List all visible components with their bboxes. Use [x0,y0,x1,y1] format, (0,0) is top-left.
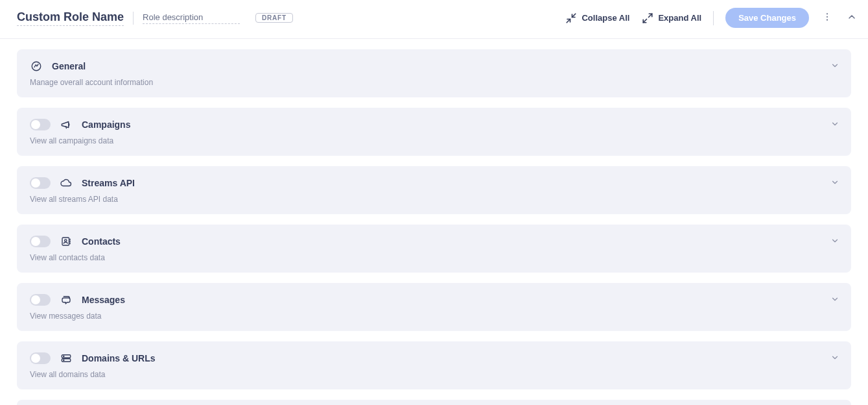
toggle-switch[interactable] [30,119,51,130]
messages-icon [60,293,73,306]
expand-section-button[interactable] [830,236,839,247]
section-header-row[interactable]: General [30,60,838,73]
section-title: Streams API [82,178,135,188]
section-title: Messages [82,295,125,305]
toggle-switch[interactable] [30,236,51,247]
chevron-down-icon [830,62,839,72]
section-webhooks: Webhooks View all webhook data [17,400,851,405]
section-domains: Domains & URLs View all domains data [17,341,851,389]
section-header-row[interactable]: Contacts [30,235,838,248]
save-changes-button[interactable]: Save Changes [725,8,809,28]
sections-container: General Manage overall account informati… [0,39,868,405]
section-title: Campaigns [82,119,130,130]
section-messages: Messages View messages data [17,283,851,331]
expand-all-label: Expand All [658,13,701,23]
toggle-switch[interactable] [30,294,51,306]
section-description: Manage overall account information [30,78,838,87]
expand-section-button[interactable] [830,61,839,72]
section-contacts: Contacts View all contacts data [17,225,851,273]
expand-section-button[interactable] [830,178,839,189]
contacts-icon [60,235,73,248]
section-description: View all streams API data [30,195,838,204]
expand-section-button[interactable] [830,353,839,364]
section-description: View all domains data [30,370,838,379]
server-icon [60,352,73,365]
svg-point-1 [827,16,828,18]
megaphone-icon [60,118,73,131]
role-name-input[interactable]: Custom Role Name [17,10,124,26]
section-header-row[interactable]: Messages [30,293,838,306]
toggle-switch[interactable] [30,177,51,189]
collapse-all-label: Collapse All [581,13,629,23]
expand-section-button[interactable] [830,295,839,306]
section-title: Domains & URLs [82,353,156,363]
chevron-down-icon [830,295,839,306]
collapse-panel-button[interactable] [845,12,858,25]
svg-point-5 [65,239,67,241]
svg-point-2 [827,19,828,21]
section-general: General Manage overall account informati… [17,49,851,97]
section-header-row[interactable]: Streams API [30,177,838,190]
expand-all-button[interactable]: Expand All [641,12,701,25]
vertical-divider [133,12,134,25]
header-left: Custom Role Name Role description DRAFT [17,10,293,26]
dots-vertical-icon [822,12,832,24]
chevron-down-icon [830,354,839,364]
svg-point-0 [827,13,828,14]
section-title: Contacts [82,236,121,247]
expand-section-button[interactable] [830,119,839,130]
chevron-up-icon [847,12,857,24]
section-title: General [52,61,86,71]
section-description: View all campaigns data [30,136,838,145]
header-right: Collapse All Expand All Save Changes [565,8,858,28]
expand-icon [641,12,654,25]
chevron-down-icon [830,237,839,247]
more-options-button[interactable] [821,12,834,25]
section-streams-api: Streams API View all streams API data [17,166,851,214]
section-description: View messages data [30,312,838,321]
section-header-row[interactable]: Campaigns [30,118,838,131]
section-header-row[interactable]: Domains & URLs [30,352,838,365]
status-badge: DRAFT [255,13,293,23]
collapse-icon [565,12,578,25]
page-header: Custom Role Name Role description DRAFT … [0,0,868,39]
cloud-icon [60,177,73,190]
toggle-switch[interactable] [30,352,51,364]
dashboard-icon [30,60,43,73]
chevron-down-icon [830,178,839,189]
svg-point-11 [64,356,64,356]
collapse-all-button[interactable]: Collapse All [565,12,629,25]
vertical-divider [713,11,714,25]
section-campaigns: Campaigns View all campaigns data [17,108,851,156]
role-description-input[interactable]: Role description [143,12,240,24]
svg-point-12 [64,360,64,360]
chevron-down-icon [830,120,839,130]
section-description: View all contacts data [30,253,838,262]
